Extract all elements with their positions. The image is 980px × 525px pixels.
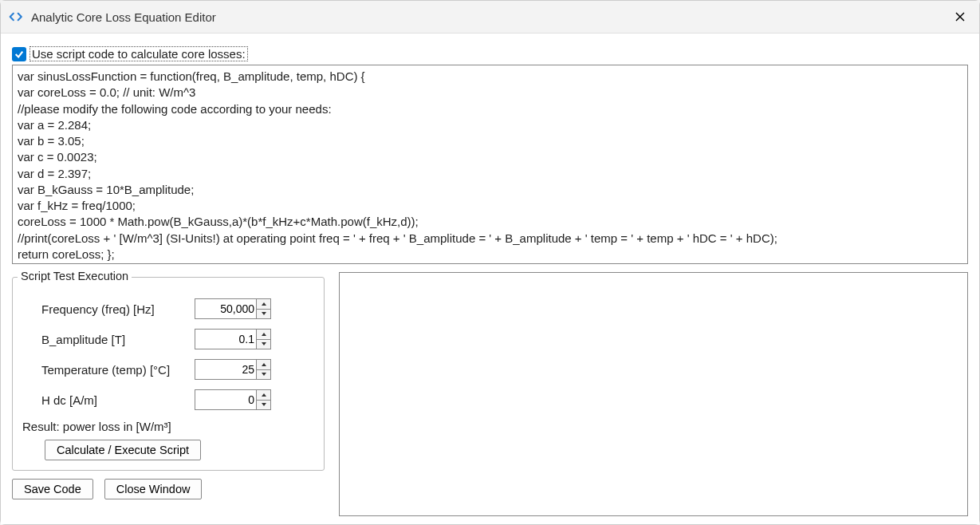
chevron-up-icon [261,332,267,337]
chevron-down-icon [261,402,267,407]
temperature-spinner[interactable] [195,359,271,380]
script-test-legend: Script Test Execution [18,270,132,282]
close-icon [954,11,966,22]
spin-up-button[interactable] [257,390,270,401]
spin-up-button[interactable] [257,299,270,310]
app-icon [9,11,25,22]
close-window-button[interactable] [949,6,971,28]
hdc-input[interactable] [195,390,256,409]
spinner-buttons [256,390,270,409]
param-row-hdc: H dc [A/m] [41,389,314,410]
check-icon [14,49,24,59]
param-row-temperature: Temperature (temp) [°C] [41,359,314,380]
save-code-button[interactable]: Save Code [12,479,93,499]
use-script-checkbox[interactable] [12,47,26,61]
b-amplitude-input[interactable] [195,330,256,349]
close-window-footer-button[interactable]: Close Window [104,479,203,499]
spinner-buttons [256,360,270,379]
svg-marker-8 [262,393,266,397]
chevron-down-icon [261,341,267,346]
spinner-buttons [256,330,270,349]
dialog-window: Analytic Core Loss Equation Editor Use s… [0,0,980,525]
svg-marker-9 [262,403,266,406]
content-area: Use script code to calculate core losses… [1,34,979,524]
result-label: Result: power loss in [W/m³] [22,420,314,433]
hdc-spinner[interactable] [195,389,271,410]
chevron-down-icon [261,372,267,377]
spin-down-button[interactable] [257,401,270,410]
spin-down-button[interactable] [257,340,270,349]
use-script-checkbox-row: Use script code to calculate core losses… [12,46,968,61]
calculate-button[interactable]: Calculate / Execute Script [45,440,201,460]
param-label-frequency: Frequency (freq) [Hz] [41,302,195,316]
spin-down-button[interactable] [257,310,270,319]
svg-marker-5 [262,342,266,345]
spin-up-button[interactable] [257,360,270,370]
chevron-up-icon [261,302,267,306]
window-title: Analytic Core Loss Equation Editor [31,10,949,24]
frequency-input[interactable] [195,299,256,318]
spinner-buttons [256,299,270,318]
frequency-spinner[interactable] [195,298,271,319]
param-table: Frequency (freq) [Hz] B_amplitude [T] [41,298,314,410]
output-area[interactable] [339,272,968,516]
script-test-group: Script Test Execution Frequency (freq) [… [12,277,325,471]
param-label-hdc: H dc [A/m] [41,393,195,407]
svg-marker-3 [262,312,266,315]
chevron-down-icon [261,311,267,316]
param-row-b-amplitude: B_amplitude [T] [41,329,314,349]
chevron-up-icon [261,362,267,367]
param-label-b-amplitude: B_amplitude [T] [41,333,195,346]
temperature-input[interactable] [195,360,256,379]
spin-up-button[interactable] [257,330,270,340]
code-editor[interactable] [12,65,968,264]
b-amplitude-spinner[interactable] [195,329,271,349]
param-label-temperature: Temperature (temp) [°C] [41,363,195,377]
use-script-label: Use script code to calculate core losses… [30,46,248,61]
bottom-row: Script Test Execution Frequency (freq) [… [12,270,968,516]
footer-buttons: Save Code Close Window [12,479,325,499]
svg-marker-6 [262,363,266,366]
svg-marker-7 [262,373,266,376]
title-bar: Analytic Core Loss Equation Editor [1,1,979,34]
svg-marker-2 [262,302,266,306]
chevron-up-icon [261,393,267,397]
param-row-frequency: Frequency (freq) [Hz] [41,298,314,319]
spin-down-button[interactable] [257,370,270,380]
svg-marker-4 [262,333,266,336]
